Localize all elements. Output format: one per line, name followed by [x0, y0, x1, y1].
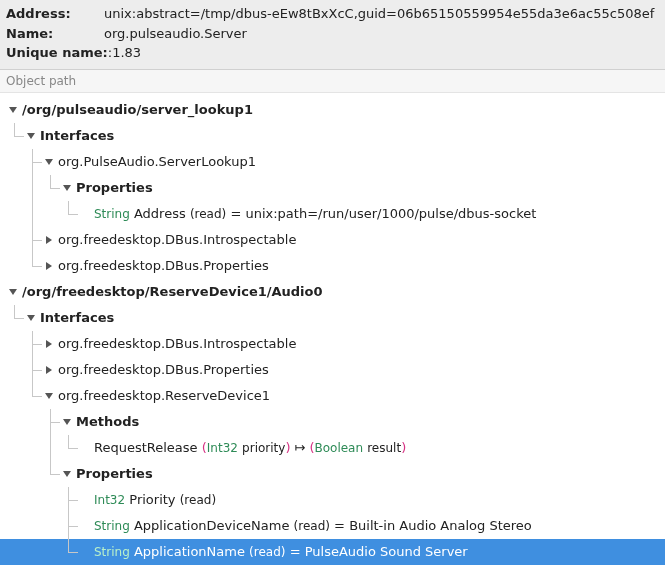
chevron-right-icon[interactable]	[42, 233, 56, 247]
properties-label: Properties	[76, 466, 153, 481]
tree-method[interactable]: RequestRelease (Int32 priority) ↦ (Boole…	[0, 435, 665, 461]
column-header-object-path[interactable]: Object path	[0, 70, 665, 93]
tree-object-path[interactable]: /org/pulseaudio/server_lookup1	[0, 97, 665, 123]
tree-methods[interactable]: Methods	[0, 409, 665, 435]
tree-interfaces[interactable]: Interfaces	[0, 305, 665, 331]
tree-property[interactable]: String Address (read) = unix:path=/run/u…	[0, 201, 665, 227]
unique-name-value: :1.83	[108, 43, 659, 63]
property-value: PulseAudio Sound Server	[305, 544, 468, 559]
interface-name: org.freedesktop.DBus.Introspectable	[58, 232, 296, 247]
unique-name-label: Unique name:	[6, 43, 108, 63]
chevron-down-icon[interactable]	[60, 467, 74, 481]
property-value: Built-in Audio Analog Stereo	[349, 518, 532, 533]
tree-interface[interactable]: org.freedesktop.DBus.Introspectable	[0, 227, 665, 253]
interface-name: org.freedesktop.ReserveDevice1	[58, 388, 270, 403]
interface-name: org.freedesktop.DBus.Introspectable	[58, 336, 296, 351]
property-value: unix:path=/run/user/1000/pulse/dbus-sock…	[245, 206, 536, 221]
tree-property[interactable]: String ApplicationName (read) = PulseAud…	[0, 539, 665, 565]
interface-name: org.freedesktop.DBus.Properties	[58, 362, 269, 377]
connection-header: Address: unix:abstract=/tmp/dbus-eEw8tBx…	[0, 0, 665, 70]
chevron-right-icon[interactable]	[42, 259, 56, 273]
interfaces-label: Interfaces	[40, 128, 114, 143]
methods-label: Methods	[76, 414, 139, 429]
interfaces-label: Interfaces	[40, 310, 114, 325]
tree-interface[interactable]: org.freedesktop.DBus.Properties	[0, 357, 665, 383]
property-name: Priority	[129, 492, 175, 507]
property-type: String	[94, 519, 130, 533]
name-label: Name:	[6, 24, 104, 44]
property-access: (read)	[180, 493, 216, 507]
tree-interface[interactable]: org.PulseAudio.ServerLookup1	[0, 149, 665, 175]
property-access: (read)	[190, 207, 226, 221]
ret-type: Boolean	[314, 441, 363, 455]
chevron-down-icon[interactable]	[60, 181, 74, 195]
arg-type: Int32	[207, 441, 238, 455]
chevron-right-icon[interactable]	[42, 363, 56, 377]
property-type: String	[94, 545, 130, 559]
properties-label: Properties	[76, 180, 153, 195]
equals: =	[290, 544, 301, 559]
tree-object-path[interactable]: /org/freedesktop/ReserveDevice1/Audio0	[0, 279, 665, 305]
chevron-right-icon[interactable]	[42, 337, 56, 351]
address-label: Address:	[6, 4, 104, 24]
property-type: Int32	[94, 493, 125, 507]
property-access: (read)	[294, 519, 330, 533]
interface-name: org.PulseAudio.ServerLookup1	[58, 154, 256, 169]
tree-properties[interactable]: Properties	[0, 461, 665, 487]
chevron-down-icon[interactable]	[60, 415, 74, 429]
chevron-down-icon[interactable]	[6, 103, 20, 117]
property-name: Address	[134, 206, 186, 221]
chevron-down-icon[interactable]	[6, 285, 20, 299]
object-path-label: /org/pulseaudio/server_lookup1	[22, 102, 253, 117]
ret-name: result	[367, 441, 401, 455]
equals: =	[230, 206, 241, 221]
tree-property[interactable]: String ApplicationDeviceName (read) = Bu…	[0, 513, 665, 539]
tree-interfaces[interactable]: Interfaces	[0, 123, 665, 149]
tree-interface[interactable]: org.freedesktop.DBus.Introspectable	[0, 331, 665, 357]
interface-name: org.freedesktop.DBus.Properties	[58, 258, 269, 273]
property-access: (read)	[249, 545, 285, 559]
tree-interface[interactable]: org.freedesktop.DBus.Properties	[0, 253, 665, 279]
equals: =	[334, 518, 345, 533]
chevron-down-icon[interactable]	[24, 129, 38, 143]
chevron-down-icon[interactable]	[42, 389, 56, 403]
method-name: RequestRelease	[94, 440, 198, 455]
object-path-label: /org/freedesktop/ReserveDevice1/Audio0	[22, 284, 323, 299]
address-value: unix:abstract=/tmp/dbus-eEw8tBxXcC,guid=…	[104, 4, 659, 24]
mapsto-icon: ↦	[294, 440, 305, 455]
tree-property[interactable]: Int32 Priority (read)	[0, 487, 665, 513]
tree-properties[interactable]: Properties	[0, 175, 665, 201]
property-name: ApplicationName	[134, 544, 245, 559]
chevron-down-icon[interactable]	[24, 311, 38, 325]
object-tree[interactable]: /org/pulseaudio/server_lookup1 Interface…	[0, 93, 665, 565]
property-name: ApplicationDeviceName	[134, 518, 289, 533]
property-type: String	[94, 207, 130, 221]
name-value: org.pulseaudio.Server	[104, 24, 659, 44]
chevron-down-icon[interactable]	[42, 155, 56, 169]
tree-interface[interactable]: org.freedesktop.ReserveDevice1	[0, 383, 665, 409]
arg-name: priority	[242, 441, 285, 455]
